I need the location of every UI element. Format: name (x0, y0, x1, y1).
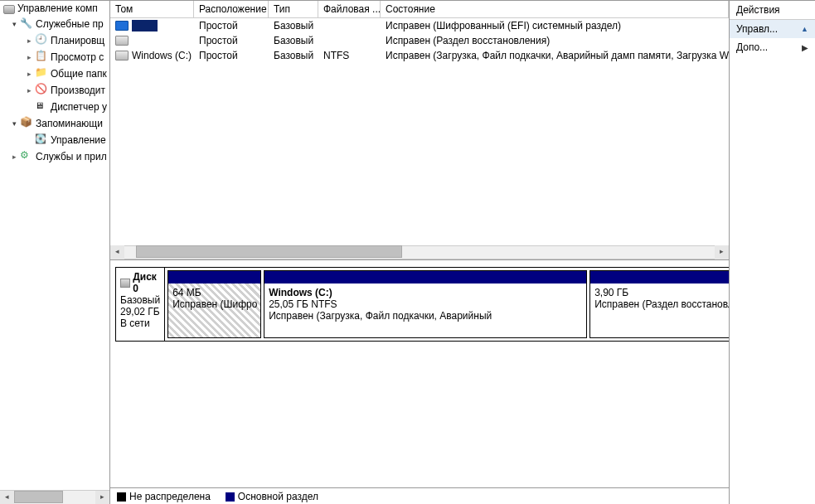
volume-icon (115, 21, 129, 31)
volume-name-text: Windows (C:) (132, 50, 192, 61)
legend-primary-label: Основной раздел (238, 491, 318, 502)
expand-arrow-icon[interactable] (10, 20, 18, 28)
tree-item-storage[interactable]: Запоминающи (0, 115, 109, 132)
actions-header: Действия (730, 1, 815, 20)
expand-arrow-icon[interactable] (25, 36, 33, 45)
volume-name-cell: Windows (C:) (110, 50, 194, 61)
tree-label: Планировщ (51, 35, 104, 46)
tree-item-task-scheduler[interactable]: Планировщ (0, 32, 109, 49)
tree-label: Производит (51, 85, 105, 96)
tree-item-event-viewer[interactable]: Просмотр с (0, 49, 109, 65)
clipboard-icon (35, 51, 48, 64)
actions-item-label: Управл... (736, 23, 778, 35)
tree-root-computer-management[interactable]: Управление комп (0, 1, 109, 16)
partition-header-bar (168, 271, 260, 284)
partition-title: Windows (C:) (269, 287, 582, 298)
device-icon (35, 100, 48, 114)
tree-label: Просмотр с (51, 51, 104, 63)
partition-box[interactable]: 3,90 ГБИсправен (Раздел восстановления) (589, 270, 729, 338)
partition-status: Исправен (Раздел восстановления) (594, 298, 729, 310)
partition-size: 64 МБ (172, 287, 256, 298)
legend-unallocated-label: Не распределена (129, 491, 211, 502)
disk-map-panel: Диск 0 Базовый 29,02 ГБ В сети 64 МБИспр… (110, 259, 729, 504)
column-header-filesystem[interactable]: Файловая ... (318, 1, 381, 17)
legend-square-navy-icon (226, 492, 235, 502)
volume-row[interactable]: ПростойБазовыйИсправен (Раздел восстанов… (110, 33, 729, 48)
scroll-thumb[interactable] (136, 245, 401, 258)
volume-status-cell: Исправен (Шифрованный (EFI) системный ра… (381, 20, 729, 32)
expand-arrow-icon[interactable] (25, 70, 33, 78)
expand-arrow-icon[interactable] (25, 53, 33, 61)
computer-icon (3, 5, 15, 14)
tree-label: Службы и прил (36, 151, 107, 162)
volume-row[interactable]: ПростойБазовыйИсправен (Шифрованный (EFI… (110, 18, 729, 33)
tree-item-disk-management[interactable]: Управление (0, 132, 109, 148)
column-header-type[interactable]: Тип (269, 1, 318, 17)
partition-status: Исправен (Загрузка, Файл подкачки, Авари… (269, 310, 582, 322)
tree-label: Диспетчер у (51, 101, 107, 113)
column-header-volume[interactable]: Том (110, 1, 194, 17)
disk-info-box[interactable]: Диск 0 Базовый 29,02 ГБ В сети (115, 267, 165, 342)
scroll-right-button[interactable]: ▸ (715, 245, 729, 259)
volume-type-cell: Базовый (269, 35, 318, 46)
clock-icon (35, 34, 48, 47)
volume-list: ПростойБазовыйИсправен (Шифрованный (EFI… (110, 18, 729, 245)
disk-icon (120, 279, 130, 288)
no-entry-icon (35, 84, 48, 97)
volume-row[interactable]: Windows (C:)ПростойБазовыйNTFSИсправен (… (110, 48, 729, 63)
tree-label: Служебные пр (36, 18, 104, 30)
volume-name-cell (110, 36, 194, 46)
disk-size: 29,02 ГБ (120, 306, 160, 317)
tree-item-device-manager[interactable]: Диспетчер у (0, 99, 109, 115)
partition-size: 3,90 ГБ (594, 287, 729, 298)
disk-type: Базовый (120, 294, 160, 306)
chevron-up-icon: ▲ (801, 25, 808, 33)
partition-size: 25,05 ГБ NTFS (269, 298, 582, 310)
scroll-left-button[interactable]: ◂ (110, 245, 124, 259)
disk-online-status: В сети (120, 317, 160, 329)
tree-item-shared-folders[interactable]: Общие папк (0, 65, 109, 82)
expand-arrow-icon[interactable] (10, 153, 18, 161)
scroll-left-button[interactable]: ◂ (0, 491, 14, 505)
volume-name-text (132, 20, 158, 32)
tree-label: Управление комп (17, 2, 98, 14)
legend-square-black-icon (117, 492, 126, 502)
volume-type-cell: Базовый (269, 20, 318, 32)
expand-arrow-icon[interactable] (25, 86, 33, 94)
actions-item-manage[interactable]: Управл... ▲ (730, 20, 815, 38)
tree-label: Общие папк (51, 68, 107, 80)
partition-box[interactable]: Windows (C:)25,05 ГБ NTFSИсправен (Загру… (264, 270, 587, 338)
disk-name-text: Диск 0 (133, 271, 160, 294)
actions-item-more[interactable]: Допо... ▶ (730, 38, 815, 56)
volume-icon (115, 51, 129, 61)
disk-partitions: 64 МБИсправен (ШифроWindows (C:)25,05 ГБ… (165, 267, 729, 342)
tree-horizontal-scrollbar[interactable]: ◂ ▸ (0, 490, 109, 504)
scroll-thumb[interactable] (14, 491, 63, 503)
tree-item-services-apps[interactable]: Службы и прил (0, 148, 109, 165)
column-header-status[interactable]: Состояние (381, 1, 729, 17)
volume-status-cell: Исправен (Загрузка, Файл подкачки, Авари… (381, 50, 729, 61)
column-header-layout[interactable]: Расположение (194, 1, 269, 17)
legend-unallocated: Не распределена (117, 491, 211, 502)
partition-body: 64 МБИсправен (Шифро (168, 284, 260, 337)
expand-arrow-icon[interactable] (10, 119, 18, 128)
volume-status-cell: Исправен (Раздел восстановления) (381, 35, 729, 46)
navigation-tree-panel: Управление комп Служебные пр Планировщ П… (0, 0, 110, 504)
tree-item-performance[interactable]: Производит (0, 82, 109, 99)
volume-layout-cell: Простой (194, 20, 269, 32)
volume-layout-cell: Простой (194, 50, 269, 61)
volume-fs-cell: NTFS (318, 50, 381, 61)
partition-header-bar (264, 271, 586, 284)
volume-horizontal-scrollbar[interactable]: ◂ ▸ (110, 245, 729, 259)
chevron-right-icon: ▶ (802, 43, 808, 52)
scroll-track[interactable] (124, 245, 715, 259)
scroll-right-button[interactable]: ▸ (95, 491, 109, 505)
partition-status: Исправен (Шифро (172, 298, 256, 310)
scroll-track[interactable] (14, 491, 95, 505)
partition-body: 3,90 ГБИсправен (Раздел восстановления) (590, 284, 729, 337)
storage-icon (20, 117, 33, 130)
tree-item-system-tools[interactable]: Служебные пр (0, 16, 109, 32)
disk-row: Диск 0 Базовый 29,02 ГБ В сети 64 МБИспр… (115, 267, 722, 342)
partition-body: Windows (C:)25,05 ГБ NTFSИсправен (Загру… (264, 284, 586, 337)
partition-box[interactable]: 64 МБИсправен (Шифро (167, 270, 261, 338)
